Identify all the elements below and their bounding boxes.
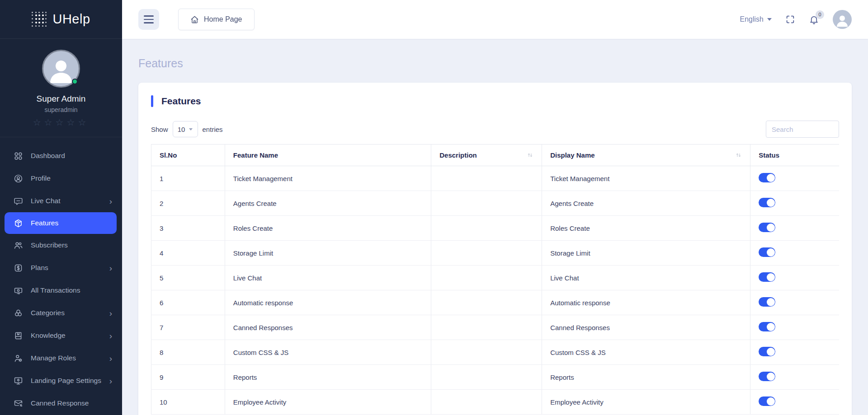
sidebar-item-manage-roles[interactable]: Manage Roles›: [0, 347, 122, 369]
column-header-slno[interactable]: Sl.No: [151, 145, 225, 166]
features-icon: [14, 219, 23, 228]
hamburger-menu-icon[interactable]: [138, 9, 159, 30]
sidebar-item-plans[interactable]: Plans›: [0, 256, 122, 279]
status-toggle[interactable]: [759, 372, 775, 381]
cell-slno: 8: [151, 340, 225, 365]
sidebar-item-profile[interactable]: Profile: [0, 167, 122, 190]
sidebar-item-label: Live Chat: [31, 197, 60, 205]
cell-slno: 3: [151, 216, 225, 241]
categories-icon: [14, 308, 23, 318]
status-toggle[interactable]: [759, 198, 775, 207]
cell-description: [431, 340, 542, 365]
page-size-select[interactable]: 10: [173, 121, 198, 137]
status-toggle[interactable]: [759, 272, 775, 282]
toggle-knob: [767, 373, 775, 381]
transactions-icon: [14, 286, 23, 295]
status-toggle[interactable]: [759, 396, 775, 406]
sidebar-item-live-chat[interactable]: Live Chat›: [0, 190, 122, 212]
cell-feature-name: Storage Limit: [225, 241, 431, 266]
sort-icon[interactable]: [735, 152, 742, 159]
toggle-knob: [767, 348, 775, 356]
sidebar-item-knowledge[interactable]: Knowledge›: [0, 324, 122, 347]
status-toggle[interactable]: [759, 322, 775, 331]
landing-settings-icon: [14, 376, 23, 386]
sidebar-item-all-transactions[interactable]: All Transactions: [0, 279, 122, 302]
chevron-right-icon: ›: [109, 309, 112, 317]
column-header-description[interactable]: Description: [431, 145, 542, 166]
profile-icon: [14, 174, 23, 183]
cell-feature-name: Reports: [225, 365, 431, 390]
cell-display-name: Custom CSS & JS: [542, 340, 750, 365]
sidebar-item-subscribers[interactable]: Subscribers: [0, 234, 122, 256]
notification-count-badge: 0: [816, 10, 824, 19]
sidebar-item-categories[interactable]: Categories›: [0, 302, 122, 324]
cell-display-name: Live Chat: [542, 266, 750, 290]
cell-slno: 2: [151, 191, 225, 216]
fullscreen-icon[interactable]: [785, 14, 795, 24]
chevron-down-icon: [767, 18, 772, 21]
sidebar-item-features[interactable]: Features: [5, 212, 117, 234]
home-page-button[interactable]: Home Page: [178, 9, 255, 30]
cell-description: [431, 390, 542, 415]
user-username: superadmin: [0, 106, 122, 113]
cell-status: [750, 390, 839, 415]
cell-description: [431, 191, 542, 216]
column-header-display[interactable]: Display Name: [542, 145, 750, 166]
language-label: English: [740, 15, 764, 23]
online-status-dot: [72, 79, 78, 84]
subscribers-icon: [14, 241, 23, 250]
show-label: Show: [151, 126, 168, 133]
status-toggle[interactable]: [759, 173, 775, 182]
header-avatar[interactable]: [833, 10, 852, 29]
knowledge-icon: [14, 331, 23, 340]
status-toggle[interactable]: [759, 247, 775, 257]
cell-description: [431, 365, 542, 390]
cell-description: [431, 166, 542, 191]
cell-description: [431, 241, 542, 266]
sidebar-item-canned-response[interactable]: Canned Response: [0, 392, 122, 415]
card-title: Features: [161, 96, 201, 107]
cell-display-name: Employee Activity: [542, 390, 750, 415]
sidebar-item-landing-page-settings[interactable]: Landing Page Settings›: [0, 369, 122, 392]
sidebar-item-label: Profile: [31, 174, 51, 182]
table-row: 9ReportsReports: [151, 365, 840, 390]
notifications-bell-icon[interactable]: 0: [809, 14, 819, 25]
cell-status: [750, 266, 839, 290]
cell-feature-name: Agents Create: [225, 191, 431, 216]
table-row: 7Canned ResponsesCanned Responses: [151, 315, 840, 340]
cell-status: [750, 290, 839, 315]
page-size-value: 10: [178, 126, 185, 133]
sidebar-item-label: Landing Page Settings: [31, 377, 101, 385]
column-header-status[interactable]: Status: [750, 145, 839, 166]
cell-slno: 4: [151, 241, 225, 266]
table-header-row: Sl.No Feature Name Description Display N…: [151, 145, 840, 166]
column-header-feature[interactable]: Feature Name: [225, 145, 431, 166]
table-row: 3Roles CreateRoles Create: [151, 216, 840, 241]
sort-icon[interactable]: [527, 152, 533, 159]
cell-slno: 1: [151, 166, 225, 191]
sidebar-item-label: All Transactions: [31, 286, 80, 294]
status-toggle[interactable]: [759, 297, 775, 307]
toggle-knob: [767, 199, 775, 207]
main-content: Features Features Show 10 entries Sl.No …: [122, 39, 868, 415]
cell-status: [750, 365, 839, 390]
toggle-knob: [767, 397, 775, 406]
toggle-knob: [767, 323, 775, 331]
table-row: 2Agents CreateAgents Create: [151, 191, 840, 216]
cell-display-name: Agents Create: [542, 191, 750, 216]
cell-status: [750, 315, 839, 340]
status-toggle[interactable]: [759, 223, 775, 232]
cell-display-name: Roles Create: [542, 216, 750, 241]
chevron-right-icon: ›: [109, 377, 112, 385]
status-toggle[interactable]: [759, 347, 775, 356]
live-chat-icon: [14, 196, 23, 206]
language-dropdown[interactable]: English: [740, 15, 772, 23]
toggle-knob: [767, 224, 775, 232]
cell-status: [750, 216, 839, 241]
cell-display-name: Reports: [542, 365, 750, 390]
cell-display-name: Ticket Management: [542, 166, 750, 191]
cell-slno: 6: [151, 290, 225, 315]
search-input[interactable]: [766, 121, 839, 138]
sidebar-item-dashboard[interactable]: Dashboard: [0, 145, 122, 167]
sidebar-item-label: Canned Response: [31, 399, 89, 407]
